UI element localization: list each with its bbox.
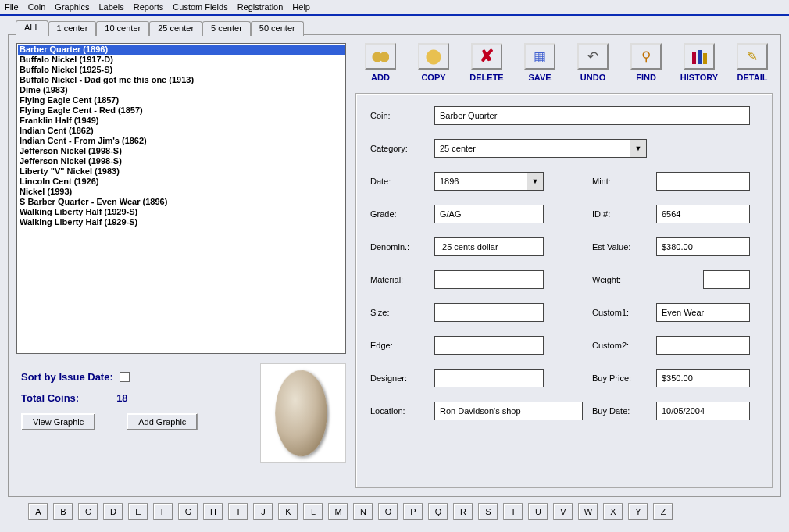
menu-file[interactable]: File xyxy=(5,2,19,12)
add-button[interactable]: ADD xyxy=(360,43,401,82)
tab-all[interactable]: ALL xyxy=(16,20,48,35)
list-item[interactable]: Liberty "V" Nickel (1983) xyxy=(18,166,345,177)
menu-coin[interactable]: Coin xyxy=(28,2,46,12)
buyprice-input[interactable] xyxy=(656,369,750,387)
alpha-w[interactable]: W xyxy=(578,503,598,520)
date-select[interactable] xyxy=(434,172,527,191)
copy-button[interactable]: COPY xyxy=(413,43,454,82)
menu-registration[interactable]: Registration xyxy=(237,2,284,12)
list-item[interactable]: Buffalo Nickel - Dad got me this one (19… xyxy=(18,75,345,85)
list-item[interactable]: Barber Quarter (1896) xyxy=(18,45,345,55)
date-label: Date: xyxy=(370,177,425,186)
alpha-d[interactable]: D xyxy=(103,503,123,520)
menu-custom-fields[interactable]: Custom Fields xyxy=(173,2,227,12)
list-item[interactable]: Walking Liberty Half (1929-S) xyxy=(18,207,345,217)
list-item[interactable]: Buffalo Nickel (1917-D) xyxy=(18,55,345,65)
list-item[interactable]: Dime (1983) xyxy=(18,85,345,95)
list-item[interactable]: Flying Eagle Cent - Red (1857) xyxy=(18,105,345,116)
menu-labels[interactable]: Labels xyxy=(98,2,123,12)
custom1-input[interactable] xyxy=(656,303,750,322)
alpha-g[interactable]: G xyxy=(178,503,198,520)
list-item[interactable]: Indian Cent - From Jim's (1862) xyxy=(18,136,345,146)
location-label: Location: xyxy=(370,406,425,416)
estvalue-input[interactable] xyxy=(656,237,750,256)
chevron-down-icon[interactable]: ▼ xyxy=(630,139,647,158)
menu-help[interactable]: Help xyxy=(292,2,310,12)
alpha-i[interactable]: I xyxy=(228,503,248,520)
tab-1-center[interactable]: 1 center xyxy=(48,21,97,36)
list-item[interactable]: Flying Eagle Cent (1857) xyxy=(18,95,345,105)
list-item[interactable]: Franklin Half (1949) xyxy=(18,116,345,126)
alpha-q[interactable]: Q xyxy=(428,503,448,520)
category-select[interactable] xyxy=(434,139,630,158)
edge-input[interactable] xyxy=(434,336,544,355)
sort-checkbox[interactable] xyxy=(120,372,130,382)
alpha-p[interactable]: P xyxy=(403,503,423,520)
alpha-j[interactable]: J xyxy=(253,503,273,520)
alpha-s[interactable]: S xyxy=(478,503,498,520)
id-input[interactable] xyxy=(656,205,750,223)
list-item[interactable]: Jefferson Nickel (1998-S) xyxy=(18,156,345,166)
chevron-down-icon[interactable]: ▼ xyxy=(527,172,544,191)
tab-25-center[interactable]: 25 center xyxy=(149,21,202,36)
alpha-t[interactable]: T xyxy=(503,503,523,520)
coin-listbox[interactable]: Barber Quarter (1896)Buffalo Nickel (191… xyxy=(16,43,346,354)
tab-50-center[interactable]: 50 center xyxy=(251,21,304,36)
material-input[interactable] xyxy=(434,270,544,289)
mint-input[interactable] xyxy=(656,172,750,191)
alpha-h[interactable]: H xyxy=(203,503,223,520)
alpha-l[interactable]: L xyxy=(303,503,323,520)
list-item[interactable]: Indian Cent (1862) xyxy=(18,126,345,136)
alpha-f[interactable]: F xyxy=(153,503,173,520)
detail-label: DETAIL xyxy=(737,73,768,82)
size-label: Size: xyxy=(370,308,425,317)
tab-5-center[interactable]: 5 center xyxy=(202,21,251,36)
list-item[interactable]: S Barber Quarter - Even Wear (1896) xyxy=(18,197,345,207)
list-item[interactable]: Walking Liberty Half (1929-S) xyxy=(18,217,345,227)
grade-input[interactable] xyxy=(434,205,544,223)
alpha-b[interactable]: B xyxy=(53,503,73,520)
list-item[interactable]: Buffalo Nickel (1925-S) xyxy=(18,65,345,75)
alpha-u[interactable]: U xyxy=(528,503,548,520)
designer-input[interactable] xyxy=(434,369,544,387)
alpha-x[interactable]: X xyxy=(603,503,623,520)
coin-icon xyxy=(275,367,327,460)
alpha-y[interactable]: Y xyxy=(628,503,648,520)
alpha-o[interactable]: O xyxy=(378,503,398,520)
list-item[interactable]: Jefferson Nickel (1998-S) xyxy=(18,146,345,156)
delete-button[interactable]: ✘DELETE xyxy=(466,43,507,82)
list-item[interactable]: Nickel (1993) xyxy=(18,187,345,197)
alpha-c[interactable]: C xyxy=(78,503,98,520)
history-button[interactable]: HISTORY xyxy=(679,43,719,82)
find-button[interactable]: ⚲FIND xyxy=(626,43,666,82)
main-panel: Barber Quarter (1896)Buffalo Nickel (191… xyxy=(8,34,781,497)
alpha-n[interactable]: N xyxy=(353,503,373,520)
custom2-label: Custom2: xyxy=(592,341,647,350)
detail-button[interactable]: ✎DETAIL xyxy=(732,43,773,82)
alpha-v[interactable]: V xyxy=(553,503,573,520)
view-graphic-button[interactable]: View Graphic xyxy=(21,413,95,430)
alpha-k[interactable]: K xyxy=(278,503,298,520)
save-label: SAVE xyxy=(528,73,551,82)
denom-input[interactable] xyxy=(434,237,544,256)
alpha-a[interactable]: A xyxy=(28,503,48,520)
alpha-r[interactable]: R xyxy=(453,503,473,520)
menu-reports[interactable]: Reports xyxy=(134,2,164,12)
material-label: Material: xyxy=(370,275,425,284)
list-item[interactable]: Lincoln Cent (1926) xyxy=(18,177,345,187)
undo-button[interactable]: ↶UNDO xyxy=(573,43,613,82)
tab-10-center[interactable]: 10 center xyxy=(96,21,149,36)
alpha-m[interactable]: M xyxy=(328,503,348,520)
buydate-input[interactable] xyxy=(656,402,750,420)
save-button[interactable]: ▦SAVE xyxy=(519,43,560,82)
alpha-z[interactable]: Z xyxy=(653,503,673,520)
size-input[interactable] xyxy=(434,303,544,322)
weight-input[interactable] xyxy=(703,270,750,289)
alpha-e[interactable]: E xyxy=(128,503,148,520)
menu-graphics[interactable]: Graphics xyxy=(55,2,89,12)
custom2-input[interactable] xyxy=(656,336,750,355)
add-graphic-button[interactable]: Add Graphic xyxy=(127,413,198,430)
location-input[interactable] xyxy=(434,402,583,420)
coin-input[interactable] xyxy=(434,106,750,125)
total-value: 18 xyxy=(116,392,127,404)
